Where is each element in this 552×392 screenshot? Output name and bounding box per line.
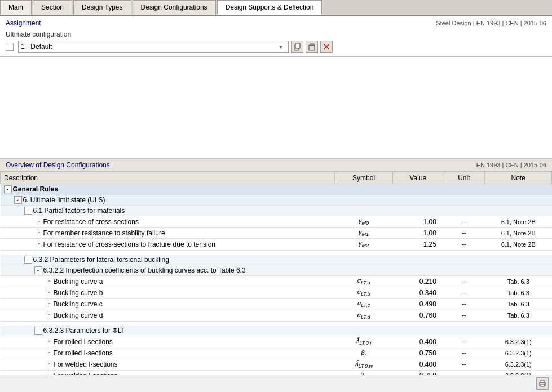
desc-cell: ├Buckling curve b [1,287,335,299]
top-header: Assignment Steel Design | EN 1993 | CEN … [6,19,546,27]
row-description: For rolled I-sections [54,338,113,346]
row-description: For rolled I-sections [54,349,113,357]
tab-design-types[interactable]: Design Types [73,0,131,15]
value-cell: 1.25 [393,239,443,250]
delete-config-button[interactable] [320,41,333,53]
table-row: ├For member resistance to stability fail… [1,228,552,239]
desc-cell: ├For resistance of cross-sections [1,216,335,228]
desc-cell: ├Buckling curve a [1,276,335,287]
tab-section[interactable]: Section [33,0,72,15]
desc-cell: ├For rolled I-sections [1,348,335,359]
unit-cell: -- [443,287,485,299]
row-description: General Rules [13,185,59,193]
desc-cell: ├Buckling curve c [1,299,335,310]
tree-leaf: ├ [45,278,52,286]
tree-toggle[interactable]: - [34,327,42,335]
tree-leaf: ├ [45,372,52,375]
symbol-cell [334,206,393,216]
overview-panel: Overview of Design Configurations EN 199… [0,158,552,392]
symbol-cell [334,195,393,206]
unit-cell [443,255,485,265]
unit-cell: -- [443,299,485,310]
table-row: ├Buckling curve d αLT,d 0.760 -- Tab. 6.… [1,310,552,321]
tree-leaf: ├ [45,311,52,319]
note-cell: 6.3.2.3(1) [485,336,552,348]
bottom-toolbar [0,375,552,392]
tree-toggle[interactable]: - [4,185,12,193]
note-cell: Tab. 6.3 [485,310,552,321]
value-cell [393,265,443,276]
note-cell: 6.3.2.3(1) [485,370,552,375]
tab-design-supports[interactable]: Design Supports & Deflection [217,0,323,15]
desc-cell: -General Rules [1,184,335,195]
symbol-cell [334,326,393,336]
config-checkbox[interactable] [6,43,14,51]
unit-cell [443,206,485,216]
symbol-cell: γM2 [334,239,393,250]
top-panel: Assignment Steel Design | EN 1993 | CEN … [0,16,552,57]
note-cell [485,265,552,276]
desc-cell: ├For member resistance to stability fail… [1,228,335,239]
table-row [1,250,552,255]
table-row: ├For resistance of cross-sections to fra… [1,239,552,250]
tab-main[interactable]: Main [0,0,32,15]
symbol-cell [334,255,393,265]
tab-bar: Main Section Design Types Design Configu… [0,0,552,16]
desc-cell: -6.1 Partial factors for materials [1,206,335,216]
row-description: For member resistance to stability failu… [43,229,165,237]
row-description: Buckling curve b [54,289,103,297]
value-cell: 0.210 [393,276,443,287]
symbol-cell: βr [334,348,393,359]
print-button[interactable] [536,377,549,390]
row-description: 6.3.2.3 Parameters for ΦLT [43,327,125,335]
tab-design-configurations[interactable]: Design Configurations [133,0,216,15]
tree-leaf: ├ [45,360,52,368]
copy-config-button[interactable] [291,41,303,53]
chevron-down-icon: ▼ [276,44,286,50]
desc-cell: ├For rolled I-sections [1,336,335,348]
symbol-cell: γM1 [334,228,393,239]
row-description: For resistance of cross-sections [43,218,139,226]
value-cell: 0.340 [393,287,443,299]
unit-cell [443,265,485,276]
paste-config-button[interactable] [306,41,318,53]
note-cell: 6.1, Note 2B [485,239,552,250]
overview-header: Overview of Design Configurations EN 199… [0,158,552,172]
table-container[interactable]: Description Symbol Value Unit Note -Gene… [0,172,552,375]
tree-leaf: ├ [45,349,52,357]
tree-toggle[interactable]: - [14,196,22,204]
row-description: 6.3.2.2 Imperfection coefficients of buc… [43,266,246,274]
note-cell: Tab. 6.3 [485,299,552,310]
value-cell [393,206,443,216]
note-cell [485,326,552,336]
table-row: ├For resistance of cross-sections γM0 1.… [1,216,552,228]
unit-cell: -- [443,336,485,348]
unit-cell: -- [443,239,485,250]
table-row: ├For welded I-sections βw 0.750 -- 6.3.2… [1,370,552,375]
note-cell: 6.3.2.3(1) [485,359,552,370]
tree-toggle[interactable]: - [24,207,32,215]
table-row: ├Buckling curve a αLT,a 0.210 -- Tab. 6.… [1,276,552,287]
table-row: ├For welded I-sections λ̄LT,0,w 0.400 --… [1,359,552,370]
row-description: 6. Ultimate limit state (ULS) [23,196,105,204]
row-description: For welded I-sections [54,360,118,368]
tree-toggle[interactable]: - [24,256,32,264]
note-cell [485,195,552,206]
tree-leaf: ├ [45,338,52,346]
symbol-cell: αLT,b [334,287,393,299]
table-row: -6.3.2 Parameters for lateral torsional … [1,255,552,265]
note-cell: 6.1, Note 2B [485,228,552,239]
table-row: -6.1 Partial factors for materials [1,206,552,216]
value-cell: 0.750 [393,348,443,359]
row-description: 6.3.2 Parameters for lateral torsional b… [33,256,169,264]
tree-leaf: ├ [34,218,42,226]
config-select[interactable]: 1 - Default ▼ [18,41,289,53]
unit-cell [443,195,485,206]
symbol-cell: λ̄LT,0,w [334,359,393,370]
tree-toggle[interactable]: - [34,266,42,274]
unit-cell: -- [443,348,485,359]
desc-cell: -6.3.2.2 Imperfection coefficients of bu… [1,265,335,276]
empty-space [0,57,552,158]
unit-cell: -- [443,216,485,228]
note-cell [485,184,552,195]
